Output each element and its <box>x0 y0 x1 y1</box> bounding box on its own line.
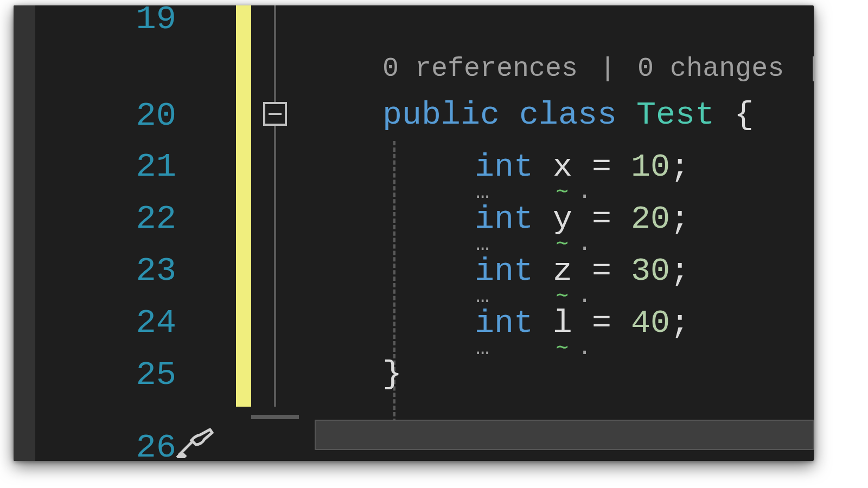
line-number: 20 <box>71 97 176 135</box>
line-number: 23 <box>71 252 176 290</box>
line-number: 24 <box>71 304 176 342</box>
codelens-separator: | <box>599 53 616 84</box>
codelens-references[interactable]: 0 references <box>382 53 578 84</box>
code-line-close-brace[interactable]: } <box>382 356 402 393</box>
horizontal-scrollbar[interactable] <box>315 420 814 450</box>
codelens-separator: | <box>806 53 814 84</box>
codelens-changes[interactable]: 0 changes <box>637 53 784 84</box>
line-number: 22 <box>71 200 176 238</box>
line-number: 21 <box>71 147 176 186</box>
breakpoint-gutter[interactable] <box>35 5 71 461</box>
line-number: 25 <box>71 356 176 394</box>
collapse-region-button[interactable] <box>263 102 287 126</box>
code-line-class-declaration[interactable]: public class Test { <box>382 97 754 133</box>
minus-icon <box>269 113 282 115</box>
codelens-bar[interactable]: 0 references | 0 changes | 0 au <box>382 53 814 84</box>
git-change-indicator <box>236 5 251 407</box>
editor-panel: 19 20 21 22 23 24 25 26 0 references | 0… <box>14 5 814 461</box>
line-number: 19 <box>71 5 176 38</box>
code-fold-track-cap <box>251 415 299 419</box>
line-number: 26 <box>71 428 176 461</box>
margin-gutter <box>14 5 35 461</box>
quick-actions-screwdriver-icon[interactable] <box>176 428 214 458</box>
code-fold-track <box>274 5 276 407</box>
